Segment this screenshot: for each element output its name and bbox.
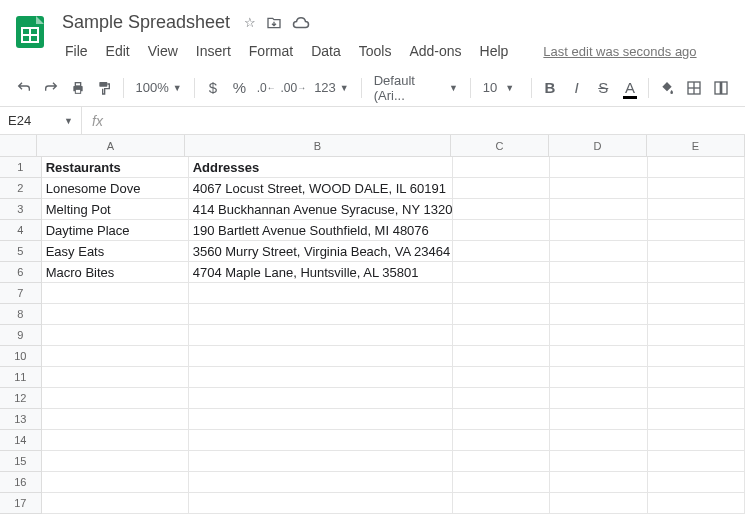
column-header-A[interactable]: A bbox=[37, 135, 185, 157]
cell-D2[interactable] bbox=[550, 178, 647, 199]
menu-tools[interactable]: Tools bbox=[352, 39, 399, 63]
menu-addons[interactable]: Add-ons bbox=[402, 39, 468, 63]
cell-E16[interactable] bbox=[648, 472, 745, 493]
cell-A15[interactable] bbox=[42, 451, 189, 472]
row-header[interactable]: 15 bbox=[0, 451, 42, 472]
cell-C7[interactable] bbox=[453, 283, 550, 304]
cell-C5[interactable] bbox=[453, 241, 550, 262]
cell-E7[interactable] bbox=[648, 283, 745, 304]
cell-B13[interactable] bbox=[189, 409, 453, 430]
last-edit-link[interactable]: Last edit was seconds ago bbox=[543, 44, 696, 59]
cell-B8[interactable] bbox=[189, 304, 453, 325]
cell-B10[interactable] bbox=[189, 346, 453, 367]
cell-D11[interactable] bbox=[550, 367, 647, 388]
row-header[interactable]: 4 bbox=[0, 220, 42, 241]
decrease-decimal-button[interactable]: .0← bbox=[254, 75, 279, 101]
menu-help[interactable]: Help bbox=[473, 39, 516, 63]
percent-button[interactable]: % bbox=[227, 75, 252, 101]
cell-A10[interactable] bbox=[42, 346, 189, 367]
cell-E10[interactable] bbox=[648, 346, 745, 367]
column-header-E[interactable]: E bbox=[647, 135, 745, 157]
zoom-select[interactable]: 100%▼ bbox=[129, 80, 187, 95]
cell-B4[interactable]: 190 Bartlett Avenue Southfield, MI 48076 bbox=[189, 220, 453, 241]
cell-D16[interactable] bbox=[550, 472, 647, 493]
cell-C17[interactable] bbox=[453, 493, 550, 514]
cell-B9[interactable] bbox=[189, 325, 453, 346]
increase-decimal-button[interactable]: .00→ bbox=[280, 75, 306, 101]
row-header[interactable]: 12 bbox=[0, 388, 42, 409]
star-icon[interactable]: ☆ bbox=[244, 15, 256, 31]
cell-D15[interactable] bbox=[550, 451, 647, 472]
cell-A3[interactable]: Melting Pot bbox=[42, 199, 189, 220]
cell-C8[interactable] bbox=[453, 304, 550, 325]
row-header[interactable]: 2 bbox=[0, 178, 42, 199]
cell-D1[interactable] bbox=[550, 157, 647, 178]
column-header-C[interactable]: C bbox=[451, 135, 549, 157]
cell-D13[interactable] bbox=[550, 409, 647, 430]
cell-C12[interactable] bbox=[453, 388, 550, 409]
document-title[interactable]: Sample Spreadsheet bbox=[58, 10, 234, 35]
cell-A11[interactable] bbox=[42, 367, 189, 388]
cell-A7[interactable] bbox=[42, 283, 189, 304]
cell-A2[interactable]: Lonesome Dove bbox=[42, 178, 189, 199]
currency-button[interactable]: $ bbox=[201, 75, 226, 101]
more-formats-button[interactable]: 123▼ bbox=[308, 80, 355, 95]
row-header[interactable]: 17 bbox=[0, 493, 42, 514]
cell-E1[interactable] bbox=[648, 157, 745, 178]
cell-C15[interactable] bbox=[453, 451, 550, 472]
cell-D6[interactable] bbox=[550, 262, 647, 283]
row-header[interactable]: 6 bbox=[0, 262, 42, 283]
cell-C4[interactable] bbox=[453, 220, 550, 241]
row-header[interactable]: 16 bbox=[0, 472, 42, 493]
cell-C14[interactable] bbox=[453, 430, 550, 451]
row-header[interactable]: 5 bbox=[0, 241, 42, 262]
cell-C9[interactable] bbox=[453, 325, 550, 346]
move-icon[interactable] bbox=[266, 15, 282, 31]
cell-C13[interactable] bbox=[453, 409, 550, 430]
cloud-icon[interactable] bbox=[292, 15, 310, 31]
cell-B1[interactable]: Addresses bbox=[189, 157, 453, 178]
menu-format[interactable]: Format bbox=[242, 39, 300, 63]
fill-color-button[interactable] bbox=[655, 75, 680, 101]
cell-E5[interactable] bbox=[648, 241, 745, 262]
cell-D7[interactable] bbox=[550, 283, 647, 304]
cell-E14[interactable] bbox=[648, 430, 745, 451]
cell-B12[interactable] bbox=[189, 388, 453, 409]
cell-E8[interactable] bbox=[648, 304, 745, 325]
cell-A17[interactable] bbox=[42, 493, 189, 514]
cell-B5[interactable]: 3560 Murry Street, Virginia Beach, VA 23… bbox=[189, 241, 453, 262]
strike-button[interactable]: S bbox=[591, 75, 616, 101]
cell-B3[interactable]: 414 Buckhannan Avenue Syracuse, NY 13205 bbox=[189, 199, 453, 220]
menu-data[interactable]: Data bbox=[304, 39, 348, 63]
cell-A14[interactable] bbox=[42, 430, 189, 451]
cell-E6[interactable] bbox=[648, 262, 745, 283]
cell-D14[interactable] bbox=[550, 430, 647, 451]
cell-D5[interactable] bbox=[550, 241, 647, 262]
font-select[interactable]: Default (Ari...▼ bbox=[368, 73, 464, 103]
cell-E12[interactable] bbox=[648, 388, 745, 409]
borders-button[interactable] bbox=[682, 75, 707, 101]
cell-A9[interactable] bbox=[42, 325, 189, 346]
italic-button[interactable]: I bbox=[564, 75, 589, 101]
cell-C10[interactable] bbox=[453, 346, 550, 367]
menu-edit[interactable]: Edit bbox=[99, 39, 137, 63]
cell-A16[interactable] bbox=[42, 472, 189, 493]
cell-C6[interactable] bbox=[453, 262, 550, 283]
sheets-logo[interactable] bbox=[12, 14, 48, 50]
column-header-B[interactable]: B bbox=[185, 135, 451, 157]
cell-D4[interactable] bbox=[550, 220, 647, 241]
cell-D10[interactable] bbox=[550, 346, 647, 367]
cell-B17[interactable] bbox=[189, 493, 453, 514]
cell-B6[interactable]: 4704 Maple Lane, Huntsville, AL 35801 bbox=[189, 262, 453, 283]
row-header[interactable]: 8 bbox=[0, 304, 42, 325]
cell-E13[interactable] bbox=[648, 409, 745, 430]
cell-D8[interactable] bbox=[550, 304, 647, 325]
cell-A12[interactable] bbox=[42, 388, 189, 409]
cell-B11[interactable] bbox=[189, 367, 453, 388]
print-button[interactable] bbox=[65, 75, 90, 101]
row-header[interactable]: 1 bbox=[0, 157, 42, 178]
formula-input[interactable] bbox=[113, 107, 745, 134]
row-header[interactable]: 7 bbox=[0, 283, 42, 304]
cell-E9[interactable] bbox=[648, 325, 745, 346]
cell-D9[interactable] bbox=[550, 325, 647, 346]
